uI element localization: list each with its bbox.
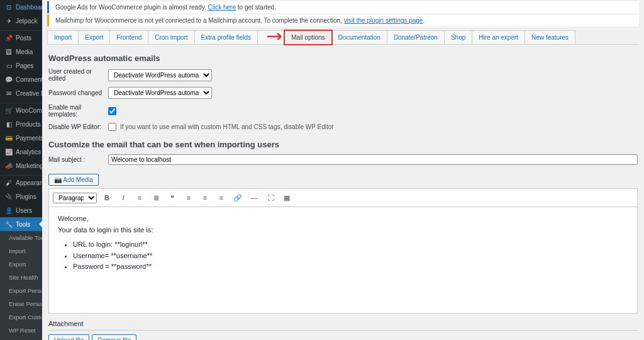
sidebar-subitem[interactable]: Export Personal Data [0,284,42,297]
sidebar-subitem[interactable]: Available Tools [0,231,42,244]
menu-label: Plugins [16,193,36,200]
tab-extra-profile-fields[interactable]: Extra profile fields [194,30,258,44]
sidebar-item[interactable]: ⊡Dashboard [0,0,42,14]
menu-label: Media [16,48,33,55]
tab-export[interactable]: Export [78,30,110,44]
sidebar-subitem[interactable]: Site Health [0,271,42,284]
notice-link[interactable]: Click here [208,4,236,11]
list-ul-icon[interactable]: ≡ [133,191,146,204]
align-center-icon[interactable]: ≡ [199,191,211,204]
sidebar-item[interactable]: 👤Users [0,203,42,217]
menu-icon: 🔌 [5,193,13,200]
menu-icon: ◧ [5,120,13,128]
menu-icon: 📈 [5,148,13,156]
add-media-button[interactable]: 📷 Add Media [48,174,99,186]
user-created-select[interactable]: Deactivate WordPress automatic email whe… [108,69,212,81]
tab-hire-an-expert[interactable]: Hire an expert [472,30,525,44]
highlight-arrow-icon [266,32,285,41]
menu-label: Dashboard [16,4,42,11]
password-changed-select[interactable]: Deactivate WordPress automatic email whe… [108,87,212,99]
align-left-icon[interactable]: ≡ [182,191,195,204]
sidebar-item[interactable]: ▭Pages [0,59,42,72]
menu-label: Marketing [16,162,42,169]
main-content: Google Ads for WooCommerce plugin is alm… [42,0,644,340]
section-title: WordPress automatic emails [48,54,638,63]
sidebar-subitem[interactable]: Export [0,258,42,271]
notice-link[interactable]: visit the plugin settings page [344,17,423,24]
menu-icon: 🛒 [5,106,13,114]
sidebar-item[interactable]: 📣Marketing [0,159,42,173]
fullscreen-icon[interactable]: ⛶ [264,191,277,204]
sidebar-item[interactable]: 🖼Media [0,45,42,59]
format-select[interactable]: Paragraph [53,193,97,203]
attachment-label: Attachment [48,320,638,327]
bold-icon[interactable]: B [101,191,113,204]
menu-label: WooCommerce [16,107,42,114]
sidebar-item[interactable]: 💬Comments [0,72,42,86]
row-label: Enable mail templates: [48,104,108,118]
menu-label: Appearance [16,179,42,186]
menu-label: Posts [16,35,31,42]
menu-icon: 📣 [5,162,13,169]
menu-label: Payments [16,135,42,142]
menu-icon: 🖌 [5,179,13,186]
mail-body-editor[interactable]: Welcome, Your data to login in this site… [48,207,638,314]
menu-icon: 📌 [5,34,13,42]
sidebar-item[interactable]: ✈Jetpack [0,14,42,28]
sidebar-subitem[interactable]: Erase Personal Data [0,297,42,310]
tab-new-features[interactable]: New features [525,30,575,44]
disable-editor-checkbox[interactable] [108,123,116,131]
tab-donate-patreon[interactable]: Donate/Patreon [387,30,445,44]
sidebar-subitem[interactable]: WP Reset [0,324,42,337]
link-icon[interactable]: 🔗 [231,191,244,204]
tab-documentation[interactable]: Documentation [331,30,387,44]
sidebar-item[interactable]: 🔌Plugins [0,190,42,203]
sidebar-item[interactable]: ◧Products [0,117,42,131]
row-label: User created or edited [48,68,108,82]
plugin-tabs: ImportExportFrontendCron importExtra pro… [47,30,639,45]
row-label: Mail subject : [48,156,108,163]
sidebar-item[interactable]: 🖌Appearance [0,176,42,190]
tab-shop[interactable]: Shop [444,30,472,44]
admin-sidebar: ⊡Dashboard✈Jetpack📌Posts🖼Media▭Pages💬Com… [0,0,42,340]
sidebar-item[interactable]: 💳Payments [0,131,42,145]
upload-file-button[interactable]: Upload file [48,334,89,340]
tab-import[interactable]: Import [47,30,79,44]
tab-frontend[interactable]: Frontend [109,30,148,44]
menu-icon: 🖼 [5,48,13,55]
toolbar-toggle-icon[interactable]: ▦ [280,191,293,204]
quote-icon[interactable]: ❝ [166,191,179,204]
menu-icon: ▭ [5,62,13,69]
italic-icon[interactable]: I [117,191,130,204]
sidebar-item[interactable]: 🛒WooCommerce [0,103,42,117]
menu-icon: 💬 [5,76,13,83]
sidebar-item[interactable]: 📌Posts [0,31,42,45]
menu-icon: 💳 [5,134,13,142]
list-ol-icon[interactable]: ≣ [150,191,162,204]
menu-label: Creative Mail [16,90,42,97]
section-title: Customize the email that can be sent whe… [48,140,638,149]
align-right-icon[interactable]: ≡ [215,191,228,204]
help-text: If you want to use email with custom HTM… [120,123,334,130]
menu-label: Comments [16,76,42,83]
sidebar-subitem[interactable]: Export Customer [0,310,42,324]
menu-label: Products [16,121,40,128]
more-icon[interactable]: — [248,191,260,204]
row-label: Disable WP Editor: [48,123,108,130]
remove-file-button[interactable]: Remove file [92,334,136,340]
sidebar-item[interactable]: 🔧Tools [0,217,42,231]
sidebar-item[interactable]: ✉Creative Mail [0,86,42,100]
sidebar-subitem[interactable]: WP DB Cleaner [0,337,42,340]
enable-templates-checkbox[interactable] [108,107,116,115]
menu-icon: 🔧 [5,220,13,228]
tab-cron-import[interactable]: Cron import [148,30,194,44]
menu-label: Tools [16,221,30,228]
sidebar-subitem[interactable]: Import [0,244,42,258]
camera-icon: 📷 [54,176,62,183]
menu-label: Users [16,207,32,214]
tab-mail-options[interactable]: Mail options [284,30,331,45]
sidebar-item[interactable]: 📈Analytics [0,145,42,159]
editor-toolbar: Paragraph B I ≡ ≣ ❝ ≡ ≡ ≡ 🔗 — ⛶ ▦ [48,188,638,207]
mail-subject-input[interactable] [108,154,638,165]
menu-icon: ✈ [5,17,13,25]
